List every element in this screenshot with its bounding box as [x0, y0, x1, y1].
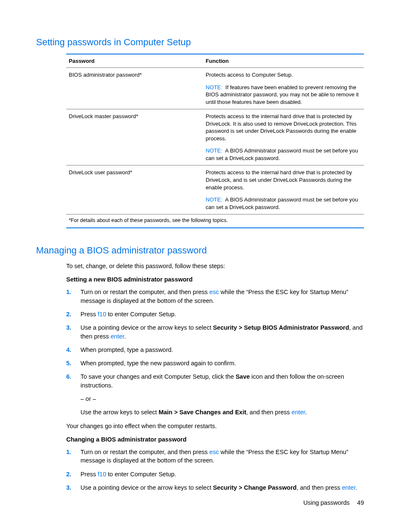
cell-text: Protects access to the internal hard dri…: [206, 169, 361, 191]
step-text: Press f10 to enter Computer Setup.: [81, 470, 364, 478]
step-number: 3.: [66, 483, 81, 492]
footer-label: Using passwords: [303, 499, 349, 506]
note-text: A BIOS Administrator password must be se…: [206, 196, 358, 210]
intro-text: To set, change, or delete this password,…: [66, 262, 364, 270]
page-number: 49: [357, 499, 364, 506]
or-separator: – or –: [81, 395, 364, 403]
step-number: 3.: [66, 323, 81, 341]
cell-function: Protects access to the internal hard dri…: [203, 109, 364, 165]
table-footnote-row: *For details about each of these passwor…: [66, 214, 364, 228]
note-text: If features have been enabled to prevent…: [206, 84, 359, 105]
alt-step-text: Use the arrow keys to select Main > Save…: [81, 408, 364, 416]
table-footnote: *For details about each of these passwor…: [66, 214, 364, 228]
cell-password: BIOS administrator password*: [66, 68, 203, 109]
menu-path: Main > Save Changes and Exit: [158, 409, 246, 416]
table-row: DriveLock user password* Protects access…: [66, 165, 364, 214]
menu-path: Security > Change Password: [213, 484, 296, 491]
step-text: Use a pointing device or the arrow keys …: [81, 483, 364, 492]
key-f10: f10: [98, 471, 106, 478]
heading-managing-bios: Managing a BIOS administrator password: [36, 245, 364, 256]
step-text: Press f10 to enter Computer Setup.: [81, 310, 364, 318]
save-icon-label: Save: [236, 373, 250, 380]
key-enter: enter: [291, 409, 305, 416]
cell-note: NOTE: A BIOS Administrator password must…: [206, 196, 361, 211]
step-number: 2.: [66, 470, 81, 478]
step-text: Use a pointing device or the arrow keys …: [81, 323, 364, 341]
step-number: 2.: [66, 310, 81, 318]
outro-text: Your changes go into effect when the com…: [66, 422, 364, 430]
note-label: NOTE:: [206, 196, 223, 203]
cell-function: Protects access to Computer Setup. NOTE:…: [203, 68, 364, 109]
key-enter: enter: [111, 333, 124, 340]
step-text: When prompted, type the new password aga…: [81, 359, 364, 367]
step-number: 4.: [66, 346, 81, 354]
key-f10: f10: [98, 311, 106, 318]
step-text: Turn on or restart the computer, and the…: [81, 288, 364, 305]
heading-setting-passwords: Setting passwords in Computer Setup: [36, 37, 364, 48]
subheading-setting-new: Setting a new BIOS administrator passwor…: [66, 276, 364, 283]
step-number: 1.: [66, 448, 81, 465]
page-footer: Using passwords49: [303, 499, 364, 506]
passwords-table: Password Function BIOS administrator pas…: [66, 54, 364, 228]
step-item: 2. Press f10 to enter Computer Setup.: [66, 470, 364, 478]
key-esc: esc: [209, 449, 219, 455]
key-enter: enter: [342, 484, 355, 491]
step-item: 3. Use a pointing device or the arrow ke…: [66, 323, 364, 341]
step-item: 6. To save your changes and exit Compute…: [66, 372, 364, 416]
note-label: NOTE:: [206, 147, 223, 154]
note-text: A BIOS Administrator password must be se…: [206, 147, 358, 161]
subheading-changing: Changing a BIOS administrator password: [66, 436, 364, 443]
key-esc: esc: [209, 289, 219, 295]
cell-password: DriveLock master password*: [66, 109, 203, 165]
step-item: 2. Press f10 to enter Computer Setup.: [66, 310, 364, 318]
cell-note: NOTE: If features have been enabled to p…: [206, 84, 361, 106]
th-function: Function: [203, 54, 364, 68]
step-item: 1. Turn on or restart the computer, and …: [66, 288, 364, 305]
table-row: BIOS administrator password* Protects ac…: [66, 68, 364, 109]
cell-text: Protects access to Computer Setup.: [206, 71, 361, 79]
cell-note: NOTE: A BIOS Administrator password must…: [206, 147, 361, 162]
note-label: NOTE:: [206, 84, 223, 90]
steps-setting-new: 1. Turn on or restart the computer, and …: [66, 288, 364, 416]
step-text: When prompted, type a password.: [81, 346, 364, 354]
cell-password: DriveLock user password*: [66, 165, 203, 214]
step-text: To save your changes and exit Computer S…: [81, 372, 364, 416]
cell-text: Protects access to the internal hard dri…: [206, 113, 361, 142]
step-number: 5.: [66, 359, 81, 367]
step-text: Turn on or restart the computer, and the…: [81, 448, 364, 465]
step-item: 4. When prompted, type a password.: [66, 346, 364, 354]
cell-function: Protects access to the internal hard dri…: [203, 165, 364, 214]
menu-path: Security > Setup BIOS Administrator Pass…: [213, 324, 349, 331]
table-row: DriveLock master password* Protects acce…: [66, 109, 364, 165]
step-item: 5. When prompted, type the new password …: [66, 359, 364, 367]
step-number: 6.: [66, 372, 81, 416]
step-item: 3. Use a pointing device or the arrow ke…: [66, 483, 364, 492]
step-item: 1. Turn on or restart the computer, and …: [66, 448, 364, 465]
th-password: Password: [66, 54, 203, 68]
steps-changing: 1. Turn on or restart the computer, and …: [66, 448, 364, 492]
step-number: 1.: [66, 288, 81, 305]
